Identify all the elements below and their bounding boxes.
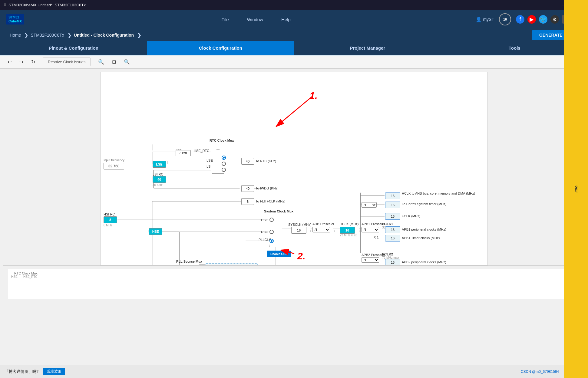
bottom-preview-area: RTC Clock Mux HSE HSE_RTC (8, 269, 580, 299)
main-content: Input frequency 32.768 LSE LSI RC 40 40 … (0, 69, 588, 305)
apb1-periph-label: APB1 peripheral clocks (MHz) (402, 228, 446, 231)
lsi-rc-unit: 40 KHz (153, 183, 163, 187)
hsi-mux-radio[interactable] (269, 218, 274, 222)
rtc-mux-radio-2[interactable] (222, 162, 226, 166)
tab-project[interactable]: Project Manager (294, 41, 441, 55)
youtube-icon[interactable]: ▶ (527, 15, 536, 24)
ahb-prescaler-select[interactable]: /1/2/4/8 (312, 227, 330, 232)
fit-button[interactable]: ⊡ (109, 58, 119, 66)
hse-box[interactable]: HSE (149, 228, 162, 235)
pllclk-mux-label: PLLCLK (259, 238, 271, 242)
refresh-button[interactable]: ↻ (28, 58, 38, 66)
apb1-prescaler-select[interactable]: /1/2/4 (362, 227, 379, 232)
div128-box[interactable]: / 128 (176, 150, 191, 156)
sysclk-box[interactable]: 16 (291, 227, 306, 234)
window-menu[interactable]: Window (238, 15, 272, 25)
x1-label-1: X 1 (374, 235, 379, 239)
help-menu[interactable]: Help (272, 15, 300, 25)
annotation-2: 2. (297, 251, 306, 262)
arrow-hclk-apb1: → (356, 228, 361, 234)
facebook-icon[interactable]: f (516, 15, 524, 24)
hclk-label: HCLK (MHz) (340, 222, 358, 226)
apb1-timer-box[interactable]: 16 (385, 235, 400, 242)
hse-mux-radio[interactable] (269, 230, 274, 234)
apb1-timer-label: APB1 Timer clocks (MHz) (402, 236, 440, 240)
apb2-prescaler-label: APB2 Prescaler (362, 253, 385, 257)
to-flitfclk-box[interactable]: 8 (241, 198, 254, 205)
sysclk-label: SYSCLK (MHz) (288, 223, 311, 226)
footer-left-text: 「博客详情页」吗? (5, 369, 38, 374)
hsi-rc-label: HSI RC (104, 212, 115, 216)
apb1-prescaler-label: APB1 Prescaler (362, 222, 385, 226)
hse-mux-label: HSE (261, 230, 268, 234)
to-flitfclk-label: To FLITFCLK (MHz) (256, 199, 285, 203)
pclk1-label: PCLK1 (382, 222, 393, 226)
menu-items: File Window Help (36, 15, 476, 25)
pclk2-label: PCLK2 (382, 252, 393, 256)
input-freq-value-1[interactable]: 32.768 (104, 163, 124, 169)
cortex-timer-label: To Cortex System timer (MHz) (402, 202, 446, 206)
tab-pinout[interactable]: Pinout & Configuration (0, 41, 147, 55)
bottom-hse-label: HSE (11, 275, 18, 278)
to-rtc-label: To RTC (KHz) (256, 159, 276, 163)
apb2-periph-box[interactable]: 16 (385, 259, 400, 265)
redo-button[interactable]: ↪ (17, 58, 26, 66)
undo-button[interactable]: ↩ (5, 58, 14, 66)
hclk-max-label: 72 MHz max (340, 234, 357, 237)
input-freq-label-1: Input frequency (104, 159, 124, 162)
stm32-logo: STM32 CubeMX (6, 14, 24, 25)
bottom-preview-bar: RTC Clock Mux HSE HSE_RTC (3, 265, 585, 302)
apb2-prescaler-select[interactable]: /1/2/4 (362, 257, 379, 263)
rtc-mux-radio-3[interactable] (222, 168, 226, 172)
breadcrumb-bar: Home STM32F103C8Tx Untitled - Clock Conf… (0, 29, 588, 41)
lsi-label-mux: LSI (206, 165, 212, 168)
resolve-clock-button[interactable]: Resolve Clock Issues (43, 58, 91, 66)
apb1-periph-box[interactable]: 16 (385, 226, 400, 233)
hsi-rc-unit: 8 MHz (104, 224, 112, 227)
pll-source-mux-label: PLL Source Mux (176, 260, 202, 263)
right-sidebar: lipo (564, 0, 588, 378)
to-rtc-box[interactable]: 40 (241, 158, 254, 165)
file-menu[interactable]: File (213, 15, 238, 25)
lsi-rc-value-box[interactable]: 40 (153, 176, 166, 183)
hclk-box[interactable]: 16 (340, 227, 355, 234)
title-bar-left: 🖥 STM32CubeMX Untitled*: STM32F103C8Tx (3, 3, 86, 7)
lse-box[interactable]: LSE (153, 161, 166, 168)
fclk-box[interactable]: 16 (385, 213, 400, 220)
zoom-out-button[interactable]: 🔍 (121, 58, 133, 66)
to-iwdg-box[interactable]: 40 (241, 185, 254, 192)
bottom-rtc-label: RTC Clock Mux (14, 271, 38, 275)
breadcrumb-chip[interactable]: STM32F103C8Tx (26, 29, 69, 41)
page-footer: 「博客详情页」吗? 观测波形 CSDN @m0_67981564 (0, 365, 564, 378)
clock-diagram: Input frequency 32.768 LSE LSI RC 40 40 … (100, 72, 488, 265)
myst-button[interactable]: 👤 myST (476, 17, 494, 22)
logo-area: STM32 CubeMX (6, 14, 24, 25)
pllclk-mux-radio[interactable] (269, 239, 274, 243)
breadcrumb-config[interactable]: Untitled - Clock Configuration (69, 29, 139, 41)
hclk-ahb-output-box[interactable]: 16 (385, 192, 400, 199)
breadcrumb-home[interactable]: Home (5, 29, 26, 41)
rtc-mux-radio-1[interactable] (222, 156, 226, 160)
arrow-ahb-hclk: → (331, 228, 336, 234)
hclk-ahb-label: HCLK to AHB bus, core, memory and DMA (M… (402, 191, 450, 196)
enable-css-button[interactable]: Enable CSS (267, 251, 291, 257)
to-iwdg-label: To IWDG (KHz) (256, 186, 279, 190)
window-title: STM32CubeMX Untitled*: STM32F103C8Tx (8, 3, 86, 7)
zoom-in-button[interactable]: 🔍 (95, 58, 107, 66)
github-icon[interactable]: ⚙ (550, 15, 559, 24)
svg-line-45 (276, 96, 312, 127)
pll-region (205, 263, 258, 265)
bottom-hse-rtc-label: HSE_RTC (23, 275, 38, 278)
cortex-div-select[interactable]: /1/2/8 (362, 202, 377, 208)
anniversary-badge: 10 (499, 13, 511, 25)
twitter-icon[interactable]: 🐦 (539, 15, 547, 24)
observe-wave-button[interactable]: 观测波形 (43, 368, 65, 375)
toolbar: ↩ ↪ ↻ Resolve Clock Issues 🔍 ⊡ 🔍 (0, 55, 588, 69)
hsi-rc-box[interactable]: 8 (104, 216, 117, 223)
ahb-prescaler-label: AHB Prescaler (312, 222, 334, 226)
cortex-timer-box[interactable]: 16 (385, 202, 400, 208)
apb2-periph-label: APB2 peripheral clocks (MHz) (402, 260, 446, 264)
annotation-1: 1. (309, 90, 318, 101)
hse-rtc-label: HSE_RTC (194, 149, 209, 153)
tab-clock[interactable]: Clock Configuration (147, 41, 294, 55)
